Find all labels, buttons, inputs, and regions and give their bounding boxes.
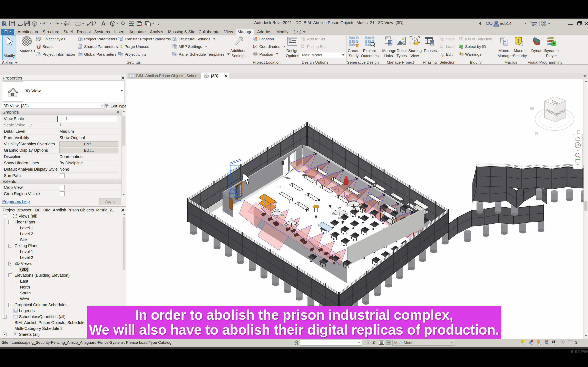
svg-text:S: S (535, 131, 538, 136)
svg-text:!: ! (517, 38, 519, 44)
svg-text:!: ! (460, 52, 461, 55)
svg-text::0: :0 (574, 341, 577, 345)
svg-text:E: E (577, 129, 580, 135)
svg-text:acb14: acb14 (500, 21, 512, 26)
svg-text:?: ? (542, 21, 545, 26)
svg-text:R: R (2, 20, 7, 27)
svg-text:A: A (101, 20, 105, 27)
svg-text:W: W (530, 106, 534, 111)
